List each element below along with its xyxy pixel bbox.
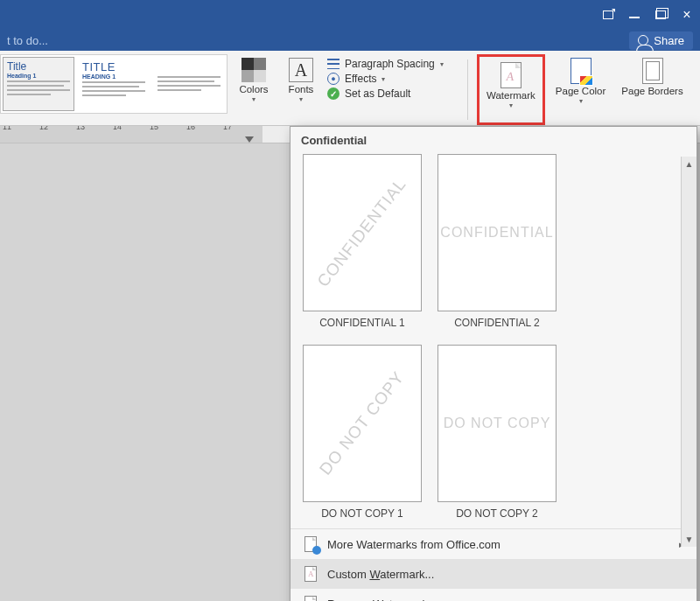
page-color-label: Page Color	[556, 86, 606, 97]
custom-watermark-label: Custom Watermark...	[327, 568, 434, 581]
style-tile[interactable]: TITLE HEADING 1	[78, 57, 150, 111]
page-color-button[interactable]: Page Color ▾	[550, 54, 612, 121]
style-tile[interactable]: Title Heading 1	[3, 57, 74, 111]
watermark-icon	[500, 62, 522, 88]
share-button[interactable]: Share	[629, 31, 693, 50]
colors-label: Colors	[239, 84, 268, 95]
set-as-default-button[interactable]: ✓ Set as Default	[327, 87, 458, 100]
page-icon	[304, 536, 317, 552]
watermark-button[interactable]: Watermark ▾	[481, 59, 541, 125]
remove-watermark-label: Remove Watermark	[327, 598, 428, 602]
ribbon-display-options-icon[interactable]	[602, 9, 614, 21]
chevron-down-icon: ▾	[299, 95, 303, 103]
page-borders-button[interactable]: Page Borders	[616, 54, 688, 121]
page-color-icon	[570, 58, 592, 84]
style-title: Title	[7, 60, 70, 73]
watermark-menu: More Watermarks from Office.com ▸ Custom…	[290, 528, 696, 601]
fonts-label: Fonts	[289, 84, 314, 95]
colors-icon	[242, 58, 266, 82]
ruler-number: 16	[186, 126, 195, 131]
chevron-down-icon: ▾	[509, 101, 513, 109]
watermark-tile-do-not-copy-1[interactable]: DO NOT COPY DO NOT COPY 1	[303, 345, 422, 520]
watermark-preview-text: CONFIDENTIAL	[440, 225, 553, 241]
close-icon[interactable]: ×	[681, 9, 693, 21]
ruler-number: 14	[113, 126, 122, 131]
minimize-icon[interactable]	[628, 9, 640, 21]
watermark-tile-confidential-1[interactable]: CONFIDENTIAL CONFIDENTIAL 1	[303, 154, 422, 329]
ruler-indent-marker[interactable]	[245, 136, 254, 143]
restore-icon[interactable]	[654, 9, 667, 21]
style-heading: Heading 1	[7, 73, 70, 79]
set-default-label: Set as Default	[345, 87, 410, 100]
watermark-preview-text: DO NOT COPY	[444, 416, 551, 431]
tell-me-input[interactable]: t to do...	[7, 34, 48, 47]
watermark-preview-text: CONFIDENTIAL	[314, 175, 411, 291]
watermark-tile-do-not-copy-2[interactable]: DO NOT COPY DO NOT COPY 2	[438, 345, 556, 520]
watermark-gallery: CONFIDENTIAL CONFIDENTIAL 1 CONFIDENTIAL…	[290, 154, 696, 528]
more-watermarks-label: More Watermarks from Office.com	[327, 538, 500, 551]
watermark-tile-confidential-2[interactable]: CONFIDENTIAL CONFIDENTIAL 2	[438, 154, 556, 329]
share-label: Share	[654, 34, 684, 47]
document-formatting-options: Paragraph Spacing ▾ ● Effects ▾ ✓ Set as…	[327, 54, 458, 125]
chevron-down-icon: ▾	[579, 97, 583, 105]
fonts-icon: A	[289, 58, 313, 82]
paragraph-spacing-label: Paragraph Spacing	[345, 58, 435, 70]
custom-watermark-item[interactable]: Custom Watermark...	[290, 559, 696, 589]
watermark-caption: DO NOT COPY 1	[321, 507, 403, 520]
watermark-section-header: Confidential	[290, 127, 696, 154]
page-remove-icon: ✕	[304, 596, 317, 601]
scroll-up-icon[interactable]: ▲	[685, 159, 694, 169]
ruler-number: 12	[39, 126, 48, 131]
ribbon: Title Heading 1 TITLE HEADING 1 Colors ▾…	[0, 51, 700, 126]
style-heading: HEADING 1	[82, 73, 145, 80]
ruler-number: 17	[223, 126, 232, 131]
person-icon	[638, 35, 648, 45]
watermark-label: Watermark	[486, 90, 536, 101]
ruler-number: 11	[3, 126, 11, 131]
chevron-down-icon: ▾	[382, 75, 385, 83]
watermark-caption: CONFIDENTIAL 2	[454, 317, 540, 329]
scroll-down-icon[interactable]: ▼	[685, 535, 694, 544]
watermark-highlight: Watermark ▾	[477, 54, 545, 125]
chevron-down-icon: ▾	[252, 95, 256, 103]
gallery-scrollbar[interactable]: ▲ ▼	[681, 157, 696, 547]
chevron-down-icon: ▾	[440, 60, 444, 68]
effects-icon: ●	[327, 73, 340, 85]
colors-button[interactable]: Colors ▾	[233, 54, 275, 121]
watermark-caption: CONFIDENTIAL 1	[319, 317, 405, 329]
page-borders-icon	[642, 58, 663, 84]
effects-button[interactable]: ● Effects ▾	[327, 73, 458, 85]
style-tile[interactable]	[153, 57, 225, 111]
check-icon: ✓	[327, 87, 340, 100]
titlebar: ×	[0, 0, 700, 30]
page-watermark-icon	[304, 566, 317, 582]
fonts-button[interactable]: A Fonts ▾	[280, 54, 322, 121]
paragraph-spacing-button[interactable]: Paragraph Spacing ▾	[327, 58, 458, 70]
watermark-caption: DO NOT COPY 2	[456, 507, 538, 520]
watermark-preview-text: DO NOT COPY	[316, 368, 409, 479]
watermark-dropdown: Confidential CONFIDENTIAL CONFIDENTIAL 1…	[290, 126, 697, 601]
ruler-number: 13	[76, 126, 85, 131]
remove-watermark-item[interactable]: ✕ Remove Watermark	[290, 589, 696, 601]
separator	[467, 59, 468, 120]
more-watermarks-item[interactable]: More Watermarks from Office.com ▸	[290, 529, 696, 559]
effects-label: Effects	[345, 73, 376, 85]
paragraph-spacing-icon	[327, 59, 340, 69]
document-formatting-gallery[interactable]: Title Heading 1 TITLE HEADING 1	[0, 54, 228, 114]
page-borders-label: Page Borders	[621, 86, 682, 97]
style-title: TITLE	[82, 60, 145, 73]
tell-me-bar: t to do... Share	[0, 30, 700, 51]
ruler-number: 15	[150, 126, 158, 131]
